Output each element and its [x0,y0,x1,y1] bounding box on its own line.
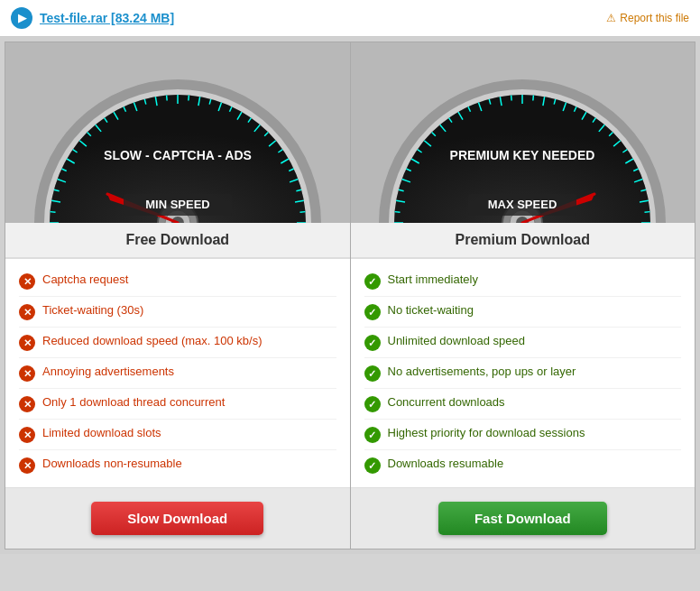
check-icon: ✓ [364,335,381,351]
check-icon: ✓ [364,304,381,320]
x-icon: ✕ [19,304,35,320]
feature-text: Unlimited download speed [388,334,525,347]
free-download-header: Free Download [5,223,350,259]
list-item: ✓ Start immediately [364,266,682,297]
list-item: ✓ No ticket-waiting [364,297,682,328]
list-item: ✕ Limited download slots [19,420,336,450]
file-name[interactable]: Test-file.rar [83.24 MB] [40,11,174,25]
premium-speedometer-container: PREMIUM KEY NEEDED MAX SPEED [351,42,695,223]
svg-line-28 [189,96,189,101]
check-icon: ✓ [364,427,381,443]
list-item: ✓ Concurrent downloads [364,389,682,420]
feature-text: Annoying advertisements [42,365,174,378]
feature-text: Captcha request [42,272,128,286]
svg-line-72 [511,96,512,101]
warning-icon: ⚠ [606,12,616,24]
list-item: ✓ Unlimited download speed [364,328,682,358]
fast-download-button[interactable]: Fast Download [438,502,607,535]
file-arrow-icon: ▶ [11,7,32,29]
svg-text:MAX SPEED: MAX SPEED [488,198,557,211]
x-icon: ✕ [19,396,35,412]
x-icon: ✕ [19,335,35,351]
feature-text: Highest priority for download sessions [388,426,585,439]
check-icon: ✓ [364,365,381,382]
feature-text: Only 1 download thread concurrent [42,395,225,409]
free-speedometer-container: SLOW - CAPTCHA - ADS MIN SPEED [5,42,350,223]
feature-text: Start immediately [388,272,478,286]
feature-text: Ticket-waiting (30s) [42,303,143,317]
feature-text: Downloads resumable [388,457,504,470]
svg-text:PREMIUM KEY NEEDED: PREMIUM KEY NEEDED [450,148,595,162]
svg-line-81 [645,212,650,213]
list-item: ✕ Only 1 download thread concurrent [19,389,336,420]
report-link[interactable]: ⚠ Report this file [606,12,689,24]
feature-text: No ticket-waiting [388,303,474,317]
premium-feature-list: ✓ Start immediately ✓ No ticket-waiting … [351,259,695,487]
x-icon: ✕ [19,457,35,474]
list-item: ✕ Ticket-waiting (30s) [19,297,336,328]
list-item: ✕ Annoying advertisements [19,358,336,389]
list-item: ✓ Highest priority for download sessions [364,420,682,450]
list-item: ✕ Captcha request [19,266,336,297]
check-icon: ✓ [364,396,381,412]
free-download-panel: SLOW - CAPTCHA - ADS MIN SPEED Free Down… [5,42,351,549]
svg-text:SLOW - CAPTCHA - ADS: SLOW - CAPTCHA - ADS [104,148,252,162]
svg-text:MIN SPEED: MIN SPEED [145,198,210,211]
premium-download-header: Premium Download [351,223,695,259]
list-item: ✓ No advertisements, pop ups or layer [364,358,682,389]
list-item: ✕ Reduced download speed (max. 100 kb/s) [19,328,336,358]
feature-text: Reduced download speed (max. 100 kb/s) [42,334,262,347]
fast-button-area: Fast Download [351,487,695,549]
free-speedometer: SLOW - CAPTCHA - ADS MIN SPEED [33,60,322,223]
svg-line-19 [50,212,55,213]
x-icon: ✕ [19,365,35,382]
feature-text: Limited download slots [42,426,161,439]
check-icon: ✓ [364,273,381,290]
slow-button-area: Slow Download [5,487,350,549]
premium-download-panel: PREMIUM KEY NEEDED MAX SPEED Premium Dow… [351,42,696,549]
x-icon: ✕ [19,273,35,290]
svg-line-27 [166,96,167,101]
svg-line-64 [395,212,401,213]
premium-speedometer: PREMIUM KEY NEEDED MAX SPEED [378,60,667,223]
feature-text: No advertisements, pop ups or layer [388,365,576,378]
slow-download-button[interactable]: Slow Download [91,502,263,535]
free-feature-list: ✕ Captcha request ✕ Ticket-waiting (30s)… [5,259,350,487]
main-wrapper: SLOW - CAPTCHA - ADS MIN SPEED Free Down… [0,37,700,554]
top-bar: ▶ Test-file.rar [83.24 MB] ⚠ Report this… [0,0,700,37]
list-item: ✓ Downloads resumable [364,450,682,480]
file-info: ▶ Test-file.rar [83.24 MB] [11,7,174,29]
feature-text: Downloads non-resumable [42,457,182,470]
check-icon: ✓ [364,457,381,474]
panels-row: SLOW - CAPTCHA - ADS MIN SPEED Free Down… [5,42,695,549]
svg-line-36 [299,212,305,213]
svg-line-73 [533,96,534,101]
feature-text: Concurrent downloads [388,395,505,409]
x-icon: ✕ [19,427,35,443]
list-item: ✕ Downloads non-resumable [19,450,336,480]
